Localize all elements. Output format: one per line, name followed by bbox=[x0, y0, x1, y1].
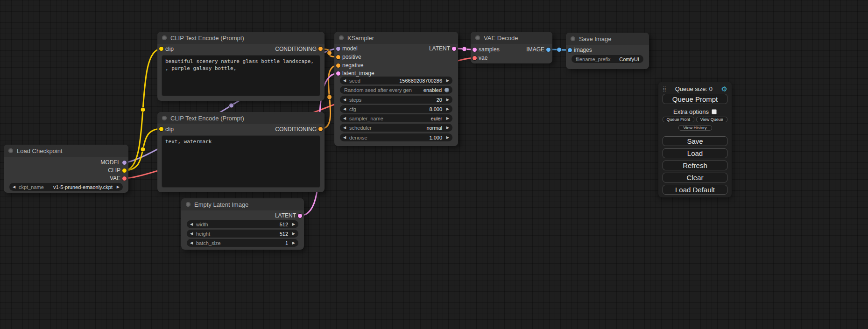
widget-seed[interactable]: ◀ seed 156680208700286 ▶ bbox=[340, 77, 452, 84]
decrement-arrow-icon[interactable]: ◀ bbox=[343, 114, 348, 122]
decrement-arrow-icon[interactable]: ◀ bbox=[343, 96, 348, 104]
collapse-toggle-icon[interactable] bbox=[8, 148, 13, 153]
toggle-dot-icon[interactable] bbox=[445, 88, 449, 92]
extra-options-row: Extra options bbox=[663, 108, 727, 115]
widget-batch-size[interactable]: ◀ batch_size 1 ▶ bbox=[187, 239, 298, 247]
node-vae-decode[interactable]: VAE Decode samples vae IMAGE bbox=[471, 32, 552, 63]
increment-arrow-icon[interactable]: ▶ bbox=[290, 239, 295, 247]
widget-denoise[interactable]: ◀ denoise 1.000 ▶ bbox=[340, 133, 452, 141]
widget-value: 8.000 bbox=[429, 106, 442, 112]
widget-name: width bbox=[196, 222, 208, 227]
node-empty-latent-image[interactable]: Empty Latent Image LATENT ◀ width 512 ▶ … bbox=[181, 198, 304, 250]
widget-ckpt-name[interactable]: ◀ ckpt_name v1-5-pruned-emaonly.ckpt ▶ bbox=[9, 183, 123, 191]
model-input-port[interactable] bbox=[336, 47, 340, 51]
increment-arrow-icon[interactable]: ▶ bbox=[445, 114, 449, 122]
widget-random-seed-toggle[interactable]: Random seed after every gen enabled bbox=[340, 86, 452, 94]
node-ksampler[interactable]: KSampler model positive negative latent_… bbox=[334, 32, 458, 146]
vae-input-port[interactable] bbox=[473, 56, 477, 60]
node-load-checkpoint[interactable]: Load Checkpoint MODEL CLIP VAE ◀ ckpt_na… bbox=[4, 145, 128, 193]
latent-image-input-port[interactable] bbox=[336, 71, 340, 76]
collapse-toggle-icon[interactable] bbox=[186, 202, 191, 207]
widget-filename-prefix[interactable]: filename_prefix ComfyUI bbox=[572, 55, 643, 63]
images-input-port[interactable] bbox=[568, 48, 572, 52]
positive-input-port[interactable] bbox=[336, 55, 340, 59]
widget-steps[interactable]: ◀ steps 20 ▶ bbox=[340, 96, 452, 104]
negative-input-port[interactable] bbox=[336, 63, 340, 68]
widget-name: filename_prefix bbox=[576, 56, 611, 62]
decrement-arrow-icon[interactable]: ◀ bbox=[343, 77, 348, 84]
decrement-arrow-icon[interactable]: ◀ bbox=[13, 183, 17, 191]
increment-arrow-icon[interactable]: ▶ bbox=[115, 183, 120, 191]
widget-sampler-name[interactable]: ◀ sampler_name euler ▶ bbox=[340, 114, 452, 122]
increment-arrow-icon[interactable]: ▶ bbox=[290, 220, 295, 228]
queue-panel[interactable]: ⣿ Queue size: 0 ⚙ Queue Prompt Extra opt… bbox=[658, 82, 732, 197]
widget-value: 512 bbox=[280, 222, 288, 227]
increment-arrow-icon[interactable]: ▶ bbox=[445, 96, 449, 104]
node-title-bar[interactable]: Load Checkpoint bbox=[4, 145, 128, 157]
widget-name: steps bbox=[349, 97, 361, 103]
widget-height[interactable]: ◀ height 512 ▶ bbox=[187, 230, 298, 238]
collapse-toggle-icon[interactable] bbox=[571, 36, 575, 41]
load-button[interactable]: Load bbox=[663, 148, 727, 158]
extra-options-checkbox[interactable] bbox=[712, 109, 717, 114]
view-history-button[interactable]: View History bbox=[678, 125, 712, 131]
decrement-arrow-icon[interactable]: ◀ bbox=[190, 239, 195, 247]
node-title-bar[interactable]: Save Image bbox=[566, 33, 649, 45]
node-title-bar[interactable]: VAE Decode bbox=[471, 32, 552, 44]
decrement-arrow-icon[interactable]: ◀ bbox=[343, 124, 348, 132]
node-title: CLIP Text Encode (Prompt) bbox=[170, 35, 244, 42]
drag-handle-icon[interactable]: ⣿ bbox=[663, 86, 666, 92]
conditioning-output-port[interactable] bbox=[318, 127, 323, 131]
positive-prompt-textarea[interactable]: beautiful scenery nature glass bottle la… bbox=[162, 55, 320, 96]
widget-width[interactable]: ◀ width 512 ▶ bbox=[187, 220, 298, 228]
decrement-arrow-icon[interactable]: ◀ bbox=[190, 230, 195, 238]
graph-canvas[interactable]: Load Checkpoint MODEL CLIP VAE ◀ ckpt_na… bbox=[0, 0, 868, 329]
model-output-port[interactable] bbox=[122, 161, 127, 165]
save-button[interactable]: Save bbox=[663, 136, 727, 146]
increment-arrow-icon[interactable]: ▶ bbox=[445, 105, 449, 113]
view-queue-button[interactable]: View Queue bbox=[696, 117, 728, 122]
collapse-toggle-icon[interactable] bbox=[162, 116, 167, 120]
negative-prompt-textarea[interactable]: text, watermark bbox=[162, 135, 320, 188]
node-title-bar[interactable]: Empty Latent Image bbox=[181, 198, 304, 210]
widget-value: 1.000 bbox=[429, 135, 442, 140]
image-output-port[interactable] bbox=[546, 48, 550, 52]
clip-input-port[interactable] bbox=[159, 47, 163, 51]
queue-front-button[interactable]: Queue Front bbox=[663, 117, 694, 122]
node-save-image[interactable]: Save Image images filename_prefix ComfyU… bbox=[566, 33, 649, 69]
samples-input-port[interactable] bbox=[473, 48, 477, 52]
node-title-bar[interactable]: KSampler bbox=[334, 32, 458, 44]
widget-scheduler[interactable]: ◀ scheduler normal ▶ bbox=[340, 124, 452, 132]
widget-cfg[interactable]: ◀ cfg 8.000 ▶ bbox=[340, 105, 452, 113]
clear-button[interactable]: Clear bbox=[663, 173, 727, 182]
link-midpoint-dot bbox=[557, 48, 562, 52]
latent-output-port[interactable] bbox=[452, 47, 456, 51]
widget-value: 1 bbox=[285, 240, 288, 246]
node-clip-text-encode-positive[interactable]: CLIP Text Encode (Prompt) clip CONDITION… bbox=[157, 32, 325, 101]
increment-arrow-icon[interactable]: ▶ bbox=[445, 133, 449, 141]
increment-arrow-icon[interactable]: ▶ bbox=[445, 124, 449, 132]
decrement-arrow-icon[interactable]: ◀ bbox=[190, 220, 195, 228]
collapse-toggle-icon[interactable] bbox=[339, 35, 344, 40]
increment-arrow-icon[interactable]: ▶ bbox=[445, 77, 449, 84]
node-title-bar[interactable]: CLIP Text Encode (Prompt) bbox=[157, 112, 325, 124]
node-title-bar[interactable]: CLIP Text Encode (Prompt) bbox=[157, 32, 325, 44]
collapse-toggle-icon[interactable] bbox=[162, 35, 167, 40]
decrement-arrow-icon[interactable]: ◀ bbox=[343, 133, 348, 141]
vae-input-label: vae bbox=[479, 54, 487, 62]
latent-output-port[interactable] bbox=[298, 214, 302, 218]
decrement-arrow-icon[interactable]: ◀ bbox=[343, 105, 348, 113]
load-default-button[interactable]: Load Default bbox=[663, 185, 727, 195]
positive-input-label: positive bbox=[342, 53, 361, 61]
collapse-toggle-icon[interactable] bbox=[475, 35, 480, 40]
clip-input-port[interactable] bbox=[159, 127, 163, 131]
conditioning-output-port[interactable] bbox=[318, 47, 323, 51]
clip-output-port[interactable] bbox=[122, 168, 127, 173]
refresh-button[interactable]: Refresh bbox=[663, 161, 727, 170]
node-clip-text-encode-negative[interactable]: CLIP Text Encode (Prompt) clip CONDITION… bbox=[157, 112, 325, 192]
node-title: Empty Latent Image bbox=[194, 201, 248, 208]
queue-prompt-button[interactable]: Queue Prompt bbox=[663, 94, 727, 104]
increment-arrow-icon[interactable]: ▶ bbox=[290, 230, 295, 238]
vae-output-port[interactable] bbox=[122, 176, 127, 181]
settings-gear-icon[interactable]: ⚙ bbox=[721, 85, 727, 92]
